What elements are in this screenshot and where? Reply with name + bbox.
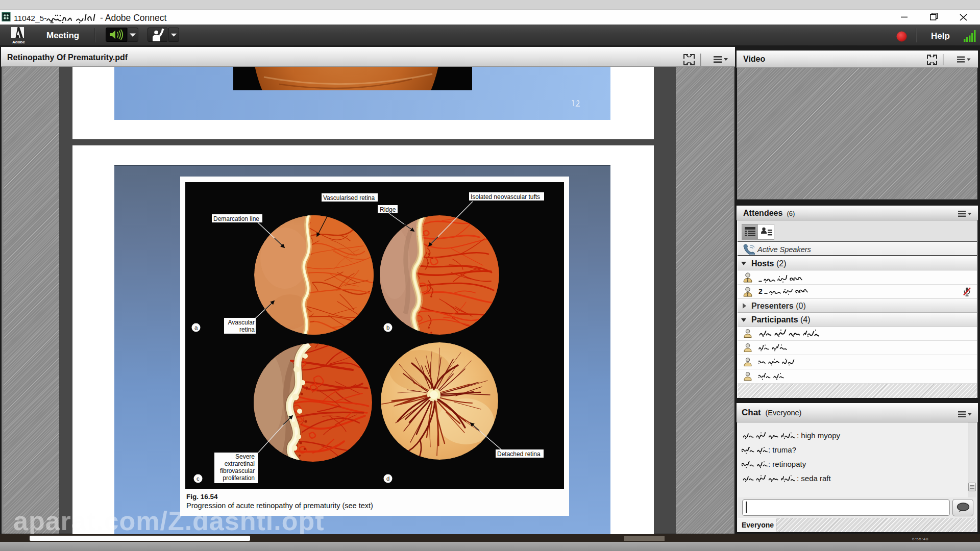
svg-text:Severe: Severe: [235, 453, 255, 460]
svg-text:d: d: [386, 475, 389, 482]
svg-text:Detached retina: Detached retina: [497, 450, 541, 458]
svg-text:Avascular: Avascular: [228, 319, 255, 326]
svg-text:Fig. 16.54: Fig. 16.54: [186, 493, 218, 500]
svg-text:extraretinal: extraretinal: [225, 460, 255, 467]
svg-text:Vascularised retina: Vascularised retina: [323, 194, 375, 202]
svg-text:fibrovascular: fibrovascular: [220, 467, 255, 474]
svg-text:proliferation: proliferation: [223, 474, 255, 482]
svg-text:Isolated neovascular tufts: Isolated neovascular tufts: [471, 193, 540, 201]
svg-text:retina: retina: [239, 326, 255, 333]
svg-text:Demarcation line: Demarcation line: [213, 215, 259, 222]
svg-text:a: a: [194, 324, 198, 331]
svg-text:Ridge: Ridge: [380, 206, 396, 213]
svg-text:Adobe: Adobe: [12, 40, 25, 44]
svg-text:c: c: [197, 475, 200, 482]
svg-text:b: b: [386, 324, 389, 331]
